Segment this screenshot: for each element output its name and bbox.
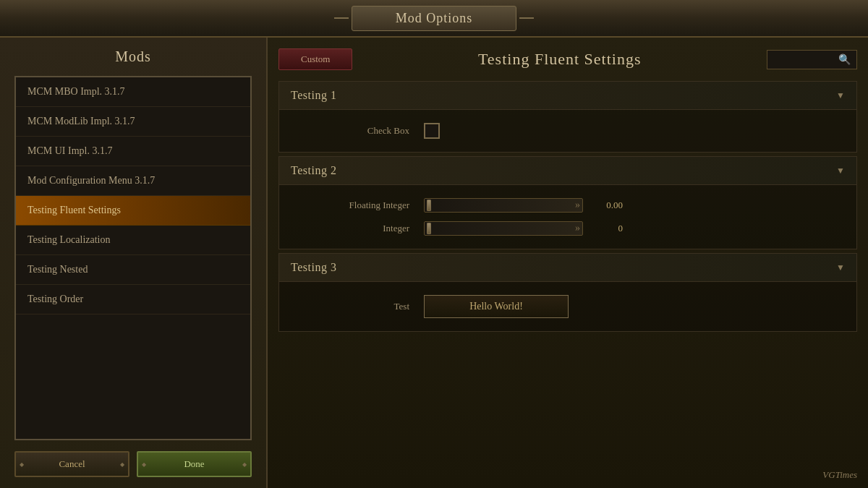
section-content-testing2: Floating Integer»0.00Integer»0 — [279, 185, 856, 249]
section-arrow-testing2: ▼ — [836, 166, 845, 176]
form-label-testing1-0: Check Box — [294, 125, 409, 137]
section-testing1: Testing 1▼Check Box — [278, 81, 857, 153]
content-header: Custom Testing Fluent Settings 🔍 — [278, 48, 857, 70]
sections-container: Testing 1▼Check BoxTesting 2▼Floating In… — [278, 81, 857, 335]
content-panel: Custom Testing Fluent Settings 🔍 Testing… — [268, 38, 868, 488]
form-row-testing2-0: Floating Integer»0.00 — [294, 194, 842, 217]
sidebar-item-mcm-config[interactable]: Mod Configuration Menu 3.1.7 — [16, 166, 250, 196]
sidebar-item-testing-fluent[interactable]: Testing Fluent Settings — [16, 196, 250, 226]
top-bar: Mod Options — [0, 0, 868, 38]
sidebar-item-testing-order[interactable]: Testing Order — [16, 285, 250, 314]
sidebar-item-testing-nested[interactable]: Testing Nested — [16, 255, 250, 285]
sidebar-item-mcm-ui[interactable]: MCM UI Impl. 3.1.7 — [16, 137, 250, 166]
slider-track-testing2-0[interactable]: » — [424, 198, 583, 213]
slider-arrows-testing2-1: » — [575, 223, 579, 234]
section-arrow-testing3: ▼ — [836, 262, 845, 273]
checkbox-testing1-0[interactable] — [424, 123, 440, 139]
page-title: Mod Options — [396, 11, 473, 25]
search-icon: 🔍 — [838, 53, 851, 66]
section-title-testing3: Testing 3 — [291, 261, 336, 274]
sidebar-title: Mods — [14, 48, 252, 65]
section-title-testing2: Testing 2 — [291, 164, 336, 177]
search-box[interactable]: 🔍 — [767, 50, 857, 69]
cancel-button[interactable]: Cancel — [14, 451, 129, 477]
sidebar-item-mcm-modlib[interactable]: MCM ModLib Impl. 3.1.7 — [16, 107, 250, 137]
sidebar: Mods MCM MBO Impl. 3.1.7MCM ModLib Impl.… — [0, 38, 268, 488]
form-label-testing2-1: Integer — [294, 223, 409, 234]
section-testing3: Testing 3▼TestHello World! — [278, 253, 857, 332]
section-header-testing2[interactable]: Testing 2▼ — [279, 157, 856, 185]
hello-world-button-testing3-0[interactable]: Hello World! — [424, 295, 569, 318]
slider-handle-testing2-0 — [427, 200, 431, 211]
section-header-testing1[interactable]: Testing 1▼ — [279, 82, 856, 110]
slider-container-testing2-1: »0 — [424, 221, 842, 236]
form-row-testing3-0: TestHello World! — [294, 291, 842, 322]
section-title-testing1: Testing 1 — [291, 89, 336, 102]
title-container: Mod Options — [352, 6, 517, 31]
watermark: VGTimes — [822, 469, 857, 481]
form-label-testing3-0: Test — [294, 301, 409, 312]
search-input[interactable] — [773, 54, 838, 65]
slider-arrows-testing2-0: » — [575, 200, 579, 211]
content-title: Testing Fluent Settings — [359, 50, 760, 69]
form-row-testing1-0: Check Box — [294, 119, 842, 143]
form-label-testing2-0: Floating Integer — [294, 200, 409, 211]
sidebar-item-mcm-mbo[interactable]: MCM MBO Impl. 3.1.7 — [16, 77, 250, 107]
sidebar-buttons: Cancel Done — [14, 448, 252, 481]
custom-tab[interactable]: Custom — [278, 48, 352, 70]
slider-value-testing2-0: 0.00 — [590, 200, 623, 211]
section-header-testing3[interactable]: Testing 3▼ — [279, 254, 856, 282]
section-arrow-testing1: ▼ — [836, 90, 845, 101]
slider-container-testing2-0: »0.00 — [424, 198, 842, 213]
form-row-testing2-1: Integer»0 — [294, 217, 842, 240]
slider-track-testing2-1[interactable]: » — [424, 221, 583, 236]
section-content-testing3: TestHello World! — [279, 282, 856, 331]
sidebar-item-testing-localization[interactable]: Testing Localization — [16, 226, 250, 255]
section-testing2: Testing 2▼Floating Integer»0.00Integer»0 — [278, 156, 857, 249]
slider-handle-testing2-1 — [427, 223, 431, 234]
sidebar-list[interactable]: MCM MBO Impl. 3.1.7MCM ModLib Impl. 3.1.… — [14, 76, 252, 440]
main-layout: Mods MCM MBO Impl. 3.1.7MCM ModLib Impl.… — [0, 38, 868, 488]
section-content-testing1: Check Box — [279, 110, 856, 152]
slider-value-testing2-1: 0 — [590, 223, 623, 234]
done-button[interactable]: Done — [137, 451, 252, 477]
